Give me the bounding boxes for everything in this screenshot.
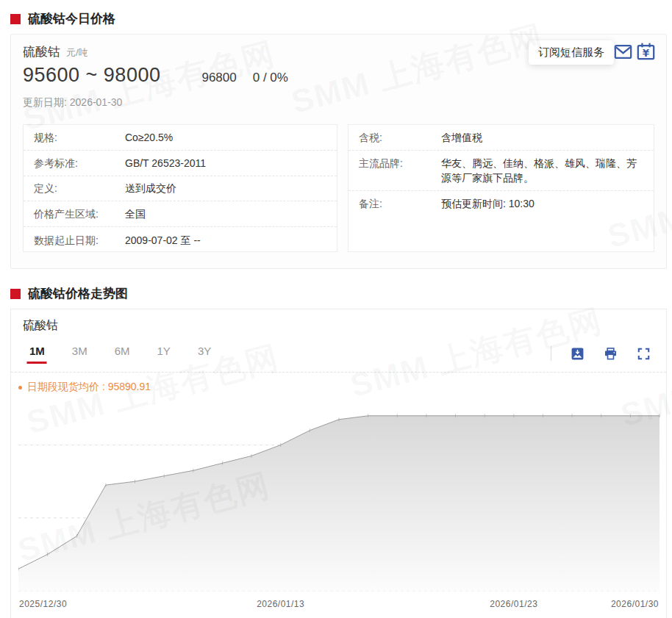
spec-label: 数据起止日期: <box>34 233 125 248</box>
price-row: 95600 ~ 98000 96800 0 / 0% <box>23 64 288 87</box>
section-title: 硫酸钴价格走势图 <box>28 285 128 302</box>
spec-row: 定义:送到成交价 <box>24 176 337 202</box>
red-square-bullet-icon <box>10 14 21 24</box>
quote-name-row: 硫酸钴 元/吨 <box>23 43 88 60</box>
chart-svg: 96k94k92k2025/12/302026/01/132026/01/232… <box>18 401 660 616</box>
spec-value: GB/T 26523-2011 <box>125 156 326 170</box>
spec-row: 规格:Co≥20.5% <box>24 125 337 151</box>
legend-label: 日期段现货均价 : 95890.91 <box>27 381 151 394</box>
spec-row: 参考标准:GB/T 26523-2011 <box>24 151 337 176</box>
envelope-icon <box>613 42 633 62</box>
area-fill <box>18 416 660 591</box>
red-square-bullet-icon <box>10 289 21 299</box>
section-title: 硫酸钴今日价格 <box>28 10 115 27</box>
tab-3y[interactable]: 3Y <box>198 345 211 364</box>
fullscreen-button[interactable] <box>637 347 651 361</box>
chart-card: 硫酸钴 1M3M6M1Y3Y <box>10 309 667 618</box>
spec-value: 预估更新时间: 10:30 <box>441 196 643 211</box>
quote-card: 硫酸钴 元/吨 订阅短信服务 ¥ 95600 ~ 98000 96800 0 /… <box>10 34 667 269</box>
spec-row: 含税:含增值税 <box>348 125 654 151</box>
chart-product-name: 硫酸钴 <box>23 318 58 334</box>
spec-table-left: 规格:Co≥20.5%参考标准:GB/T 26523-2011定义:送到成交价价… <box>23 124 337 252</box>
product-name: 硫酸钴 <box>23 43 60 60</box>
x-axis-label: 2026/01/30 <box>611 599 659 609</box>
spec-value: 2009-07-02 至 -- <box>125 233 326 248</box>
legend-dot-icon <box>18 386 22 389</box>
print-button[interactable] <box>604 347 618 361</box>
price-range: 95600 ~ 98000 <box>23 64 160 87</box>
image-download-icon <box>571 347 585 361</box>
tab-1y[interactable]: 1Y <box>157 345 171 364</box>
x-axis-label: 2026/01/13 <box>257 599 304 609</box>
update-date: 更新日期: 2026-01-30 <box>23 96 122 109</box>
spec-label: 规格: <box>34 130 125 145</box>
price-trend-chart[interactable]: 96k94k92k2025/12/302026/01/132026/01/232… <box>18 401 660 616</box>
spec-row: 主流品牌:华友、腾远、佳纳、格派、雄风、瑞隆、芳源等厂家旗下品牌。 <box>348 151 654 191</box>
spec-label: 备注: <box>359 196 441 211</box>
spec-label: 定义: <box>34 181 125 195</box>
spec-value: 华友、腾远、佳纳、格派、雄风、瑞隆、芳源等厂家旗下品牌。 <box>441 156 643 185</box>
svg-text:¥: ¥ <box>643 47 650 59</box>
printer-icon <box>604 347 618 361</box>
price-mid: 96800 <box>201 71 236 85</box>
page: 硫酸钴今日价格 硫酸钴 元/吨 订阅短信服务 ¥ 95600 ~ 98000 9… <box>0 0 672 618</box>
spec-table-right: 含税:含增值税主流品牌:华友、腾远、佳纳、格派、雄风、瑞隆、芳源等厂家旗下品牌。… <box>348 124 654 252</box>
spec-value: 全国 <box>125 206 326 221</box>
price-change: 0 / 0% <box>253 71 288 85</box>
spec-row: 备注:预估更新时间: 10:30 <box>348 191 654 216</box>
spec-label: 价格产生区域: <box>34 206 125 221</box>
spec-row: 数据起止日期:2009-07-02 至 -- <box>24 227 337 253</box>
calendar-yen-icon: ¥ <box>636 42 656 62</box>
legend-average-price: 日期段现货均价 : 95890.91 <box>18 379 151 395</box>
x-axis-label: 2026/01/23 <box>490 599 537 609</box>
spec-label: 参考标准: <box>34 156 125 170</box>
price-subscribe-button[interactable]: ¥ <box>636 42 656 62</box>
period-tabs: 1M3M6M1Y3Y <box>29 345 211 364</box>
tab-1m[interactable]: 1M <box>29 345 45 364</box>
section-header-today-price: 硫酸钴今日价格 <box>10 10 115 27</box>
spec-value: 送到成交价 <box>125 181 326 195</box>
spec-value: Co≥20.5% <box>125 130 326 145</box>
subscribe-sms-tooltip[interactable]: 订阅短信服务 <box>529 40 614 65</box>
spec-label: 含税: <box>359 130 441 145</box>
fullscreen-icon <box>637 347 651 361</box>
dashed-divider <box>11 372 666 373</box>
spec-label: 主流品牌: <box>359 156 441 185</box>
spec-value: 含增值税 <box>441 130 643 145</box>
toolbar-divider <box>551 346 551 361</box>
price-unit: 元/吨 <box>66 46 88 60</box>
save-image-button[interactable] <box>571 347 585 361</box>
x-axis-label: 2025/12/30 <box>19 599 67 609</box>
tab-3m[interactable]: 3M <box>72 345 87 364</box>
spec-row: 价格产生区域:全国 <box>24 201 337 227</box>
chart-toolbar <box>551 346 651 361</box>
tab-6m[interactable]: 6M <box>115 345 130 364</box>
section-header-trend-chart: 硫酸钴价格走势图 <box>10 285 128 302</box>
subscribe-mail-button[interactable] <box>613 42 633 62</box>
